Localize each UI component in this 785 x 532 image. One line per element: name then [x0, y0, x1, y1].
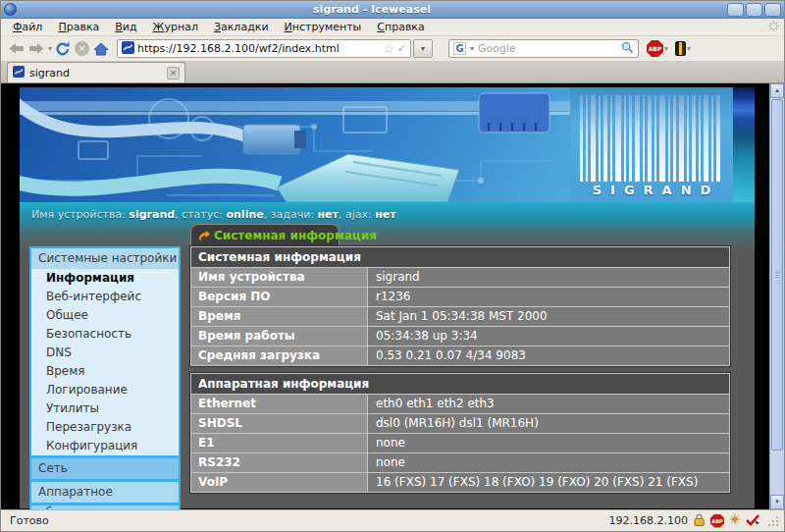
page-viewport: SIGRAND Имя устройства: sigrand, статус:…	[1, 83, 784, 509]
table-value-cell: 0.53 0.21 0.07 4/34 9083	[368, 346, 729, 365]
table-value-cell: none	[368, 453, 729, 472]
menu-item[interactable]: Закладки	[206, 19, 277, 35]
sidebar-item[interactable]: Перезагрузка	[31, 418, 179, 437]
table-label-cell: VoIP	[191, 473, 368, 492]
search-bar[interactable]: G ▾	[448, 39, 639, 58]
sidebar-item[interactable]: Время	[31, 362, 179, 381]
menu-item[interactable]: Вид	[107, 19, 144, 35]
sigrand-logo-text: SIGRAND	[570, 183, 733, 197]
page-body: Имя устройства: sigrand, статус: online,…	[20, 202, 755, 508]
iceweasel-window-icon	[4, 3, 17, 16]
table-label-cell: Время	[191, 307, 368, 326]
table-row: Версия ПОr1236	[191, 287, 729, 306]
abp-dropdown-icon[interactable]: ▾	[664, 44, 668, 53]
browser-statusbar: Готово 192.168.2.100 ABP	[1, 509, 784, 531]
reload-icon[interactable]	[55, 41, 71, 56]
sidebar-section-header[interactable]: Сеть	[31, 458, 179, 479]
table-row: VoIP16 (FXS) 17 (FXS) 18 (FXO) 19 (FXO) …	[191, 472, 729, 492]
url-bar[interactable]: ☆ ✓	[117, 39, 411, 58]
sparkle-addon-icon[interactable]	[729, 513, 741, 528]
menu-item[interactable]: Справка	[369, 19, 432, 35]
table-label-cell: SHDSL	[191, 414, 368, 433]
scroll-up-icon[interactable]: ▴	[770, 83, 784, 98]
tab-close-icon[interactable]: ×	[167, 67, 180, 80]
menu-item[interactable]: Правка	[50, 19, 107, 35]
barcode-graphic	[578, 95, 725, 182]
data-table: Аппаратная информацияEtherneteth0 eth1 e…	[190, 373, 730, 493]
sidebar-item[interactable]: Веб-интерфейс	[31, 288, 179, 306]
stop-icon[interactable]: ×	[75, 41, 89, 56]
status-separator: ,	[339, 208, 345, 221]
table-title: Системная информация	[191, 247, 729, 267]
sidebar-item[interactable]: Общее	[31, 306, 179, 325]
sidebar-item[interactable]: Информация	[31, 269, 179, 288]
menu-item[interactable]: Инструменты	[277, 19, 370, 35]
status-ready-text: Готово	[10, 514, 49, 527]
data-table: Системная информацияИмя устройстваsigran…	[190, 246, 730, 366]
close-button[interactable]: ×	[764, 3, 781, 17]
device-web-page: SIGRAND Имя устройства: sigrand, статус:…	[20, 87, 755, 508]
table-row: Средняя загрузка0.53 0.21 0.07 4/34 9083	[191, 346, 729, 365]
search-input[interactable]	[478, 42, 618, 55]
status-label: ajax:	[345, 208, 375, 221]
go-check-icon[interactable]: ✓	[397, 42, 406, 55]
resize-grip[interactable]	[768, 515, 779, 526]
banner-art	[20, 87, 570, 202]
flag-check-icon[interactable]	[746, 513, 760, 529]
menu-items: ФайлПравкаВидЖурналЗакладкиИнструментыСп…	[5, 19, 433, 35]
menu-item[interactable]: Файл	[5, 19, 50, 35]
scroll-down-icon[interactable]: ▾	[770, 495, 784, 509]
tab-marker-icon	[198, 227, 210, 245]
sidebar-menu: Системные настройкиИнформацияВеб-интерфе…	[29, 246, 181, 509]
scrollbar-grip	[775, 272, 779, 278]
window-title: sigrand - Iceweasel	[19, 3, 725, 16]
sigrand-logo-panel: SIGRAND	[570, 87, 733, 202]
scrollbar-thumb[interactable]	[771, 99, 783, 451]
status-separator: ,	[264, 208, 271, 221]
sidebar-item[interactable]: DNS	[31, 344, 179, 362]
search-magnifier-icon[interactable]	[621, 39, 634, 58]
history-dropdown-icon[interactable]: ▾	[48, 44, 52, 53]
content-tab-title: Системная информация	[214, 229, 377, 242]
url-input[interactable]	[137, 42, 381, 55]
sidebar-item[interactable]: Утилиты	[31, 399, 179, 418]
banner-right-edge	[733, 87, 755, 202]
statusbar-right: 192.168.2.100 ABP	[609, 513, 779, 529]
maximize-button[interactable]: □	[746, 3, 762, 17]
menu-item[interactable]: Журнал	[145, 19, 206, 35]
forward-icon[interactable]	[28, 42, 45, 55]
tab-bar: sigrand ×	[1, 62, 784, 83]
table-label-cell: RS232	[191, 453, 368, 472]
engine-dropdown-icon[interactable]: ▾	[470, 44, 474, 53]
back-icon[interactable]	[8, 42, 25, 55]
tab-sigrand[interactable]: sigrand ×	[7, 62, 185, 82]
ssl-lock-icon[interactable]	[693, 513, 706, 529]
vertical-scrollbar[interactable]: ▴ ▾	[769, 83, 784, 509]
addon-dropdown-icon[interactable]: ▾	[687, 44, 691, 53]
sidebar-item[interactable]: Безопасность	[31, 325, 179, 344]
home-icon[interactable]	[93, 42, 109, 56]
abp-status-icon[interactable]: ABP	[710, 514, 724, 528]
content-tab-system-info[interactable]: Системная информация	[190, 224, 340, 246]
url-dropdown-button[interactable]: ▾	[413, 39, 433, 58]
sidebar-item[interactable]: Конфигурация	[31, 437, 179, 455]
navigation-toolbar: ▾ × ☆ ✓ ▾ G ▾ ABP ▾ ▾	[1, 36, 784, 62]
adblock-plus-icon[interactable]: ABP	[647, 40, 663, 57]
bookmark-star-icon[interactable]: ☆	[384, 42, 394, 56]
sidebar-section-header[interactable]: Системные настройки	[31, 248, 179, 269]
status-value: нет	[318, 208, 339, 221]
table-value-cell: sigrand	[368, 268, 729, 287]
addon-book-icon[interactable]	[675, 41, 686, 56]
status-label: Имя устройства:	[31, 208, 129, 221]
tab-label: sigrand	[29, 67, 70, 80]
table-value-cell: Sat Jan 1 05:34:38 MST 2000	[368, 307, 729, 326]
table-label-cell: Время работы	[191, 327, 368, 346]
google-engine-icon[interactable]: G	[453, 42, 466, 55]
table-label-cell: Имя устройства	[191, 268, 368, 287]
table-row: RS232none	[191, 452, 729, 472]
table-value-cell: none	[368, 434, 729, 452]
sidebar-section-header[interactable]: Аппаратное обеспечение	[31, 482, 179, 503]
table-row: ВремяSat Jan 1 05:34:38 MST 2000	[191, 306, 729, 326]
minimize-button[interactable]: ─	[727, 3, 744, 17]
sidebar-item[interactable]: Логирование	[31, 381, 179, 399]
